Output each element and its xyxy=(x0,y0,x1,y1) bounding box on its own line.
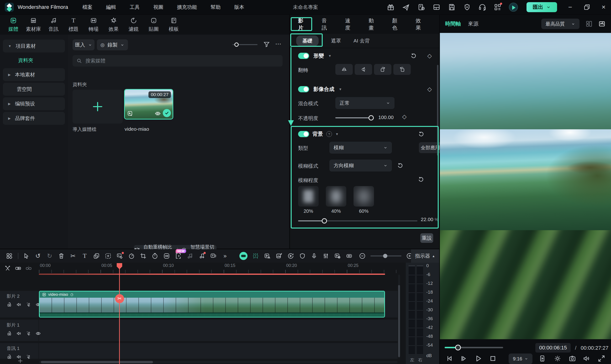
smart-edit-icon[interactable] xyxy=(116,252,123,260)
timeline-clip-video-miao[interactable]: video-miao xyxy=(39,291,385,317)
subtab-basic[interactable]: 基礎 xyxy=(296,36,319,46)
preview-settings-gear-icon[interactable] xyxy=(554,354,562,363)
speaker-icon[interactable] xyxy=(16,331,22,336)
tab-effects[interactable]: 效果 xyxy=(104,17,124,32)
reset-button[interactable]: 重設 xyxy=(420,233,433,243)
rotate-right-button[interactable] xyxy=(374,64,391,75)
eye-icon[interactable] xyxy=(35,331,41,336)
minimize-button[interactable]: − xyxy=(567,4,574,11)
blur-style-select[interactable]: 方向模糊 xyxy=(329,160,392,171)
ai-assistant-icon[interactable] xyxy=(239,252,248,260)
sidebar-item-cloud[interactable]: 雲空間 xyxy=(3,83,65,96)
tab-stock[interactable]: 素材庫 xyxy=(23,17,43,32)
lock-icon[interactable] xyxy=(7,331,13,336)
quick-split-icon[interactable] xyxy=(252,252,259,260)
tab-filters[interactable]: 濾鏡 xyxy=(124,17,144,32)
avatar[interactable] xyxy=(509,3,518,12)
flip-horizontal-button[interactable] xyxy=(335,64,353,75)
audio-denoise-icon[interactable] xyxy=(163,252,170,260)
export-button[interactable]: 匯出 xyxy=(527,2,557,12)
opacity-slider[interactable] xyxy=(335,117,371,118)
tab-media[interactable]: 媒體 xyxy=(3,17,23,32)
previous-frame-button[interactable] xyxy=(445,354,453,363)
thumbnail-zoom-slider[interactable] xyxy=(232,44,257,45)
tab-templates[interactable]: 模板 xyxy=(164,17,184,32)
media-item-video[interactable]: 00:00:27 xyxy=(124,89,173,119)
timeline-horizontal-scrollbar[interactable] xyxy=(39,361,398,363)
phone-preview-icon[interactable] xyxy=(538,354,546,363)
cut-scissors-icon[interactable]: ✂ xyxy=(69,252,77,260)
select-cursor-icon[interactable] xyxy=(23,252,30,260)
track-lane-audio1[interactable] xyxy=(39,343,398,359)
menu-view[interactable]: 視圖 xyxy=(153,4,163,11)
opacity-knob[interactable] xyxy=(369,115,374,120)
auto-ripple-icon[interactable] xyxy=(345,252,353,260)
sidebar-item-edit-presets[interactable]: ▶编辑预设 xyxy=(3,97,65,110)
export-image-icon[interactable] xyxy=(275,252,283,260)
snapshot-camera-icon[interactable] xyxy=(568,354,576,363)
more-options-icon[interactable]: ⋯ xyxy=(275,40,283,48)
caret-down-icon[interactable]: ▼ xyxy=(328,54,332,58)
record-button[interactable]: ◎ 錄製 xyxy=(97,39,128,50)
search-bar[interactable] xyxy=(73,55,283,66)
blur-preset-40[interactable]: 40% xyxy=(326,186,346,214)
preview-video-frame[interactable] xyxy=(440,129,611,230)
aspect-ratio-select[interactable]: 9:16 xyxy=(509,353,532,364)
undo-icon[interactable]: ↺ xyxy=(34,252,41,260)
text-tool-icon[interactable]: T xyxy=(81,252,88,260)
shield-icon[interactable] xyxy=(299,252,306,260)
crop-icon[interactable] xyxy=(140,252,147,260)
caret-down-icon[interactable]: ▼ xyxy=(339,87,342,91)
sidebar-item-brand-kit[interactable]: ▶品牌套件 xyxy=(3,112,65,125)
menu-file[interactable]: 檔案 xyxy=(82,4,92,11)
blur-amount-reset-icon[interactable] xyxy=(418,176,424,183)
restore-button[interactable] xyxy=(583,4,590,11)
background-reset-icon[interactable] xyxy=(418,131,425,137)
blur-preset-20[interactable]: 20% xyxy=(298,186,319,214)
thumbnail-zoom-knob[interactable] xyxy=(234,42,239,47)
caret-down-icon[interactable]: ▼ xyxy=(335,132,339,136)
save-icon[interactable] xyxy=(448,3,456,11)
timeline-zoom-slider[interactable] xyxy=(371,256,401,256)
tab-audio[interactable]: 音訊 xyxy=(43,17,64,32)
delete-icon[interactable] xyxy=(58,252,65,260)
play-button[interactable] xyxy=(474,354,482,363)
blur-amount-knob[interactable] xyxy=(322,218,327,223)
preview-render-icon[interactable] xyxy=(334,252,341,260)
opacity-keyframe-icon[interactable]: ◇ xyxy=(402,114,406,119)
fullscreen-icon[interactable] xyxy=(598,354,606,363)
tab-color[interactable]: 顏色 xyxy=(392,17,400,31)
rotate-left-button[interactable] xyxy=(393,64,411,75)
close-button[interactable]: × xyxy=(600,4,607,11)
compositing-toggle[interactable] xyxy=(298,86,309,92)
blur-amount-slider[interactable] xyxy=(298,221,417,221)
zoom-out-icon[interactable] xyxy=(359,252,366,260)
indicator-dropdown[interactable]: 指示器 ▲ xyxy=(411,249,439,263)
preview-progress-knob[interactable] xyxy=(455,345,461,351)
filter-icon[interactable] xyxy=(263,41,270,48)
music-note-icon[interactable] xyxy=(186,252,194,260)
playhead-line[interactable] xyxy=(119,263,120,364)
tab-titles[interactable]: T標題 xyxy=(64,17,83,32)
transform-keyframe-icon[interactable]: ◇ xyxy=(427,53,432,59)
scrollbar-thumb[interactable] xyxy=(398,285,400,357)
preview-tab-source[interactable]: 來源 xyxy=(468,20,478,27)
export-frame-icon[interactable] xyxy=(264,252,271,260)
speaker-icon[interactable] xyxy=(16,302,22,308)
next-frame-button[interactable] xyxy=(459,354,467,363)
tab-animation[interactable]: 動畫 xyxy=(369,17,377,31)
menu-help[interactable]: 幫助 xyxy=(211,4,221,11)
timecode-current[interactable]: 00:00:06:15 xyxy=(535,343,571,352)
voiceover-mic-icon[interactable] xyxy=(310,252,318,260)
speed-icon[interactable] xyxy=(128,252,135,260)
properties-scrollbar[interactable] xyxy=(437,65,438,156)
menu-edit[interactable]: 編輯 xyxy=(106,4,116,11)
background-type-select[interactable]: 模糊 xyxy=(329,142,392,154)
layout-icon[interactable] xyxy=(432,3,441,11)
text-to-speech-icon[interactable] xyxy=(210,252,217,260)
tab-effects-props[interactable]: 效果 xyxy=(416,17,424,31)
preview-tab-timeline[interactable]: 時間軸 xyxy=(445,20,461,27)
unlink-clips-icon[interactable] xyxy=(25,265,32,272)
flip-vertical-button[interactable] xyxy=(355,64,372,75)
preview-volume-icon[interactable] xyxy=(583,354,591,363)
